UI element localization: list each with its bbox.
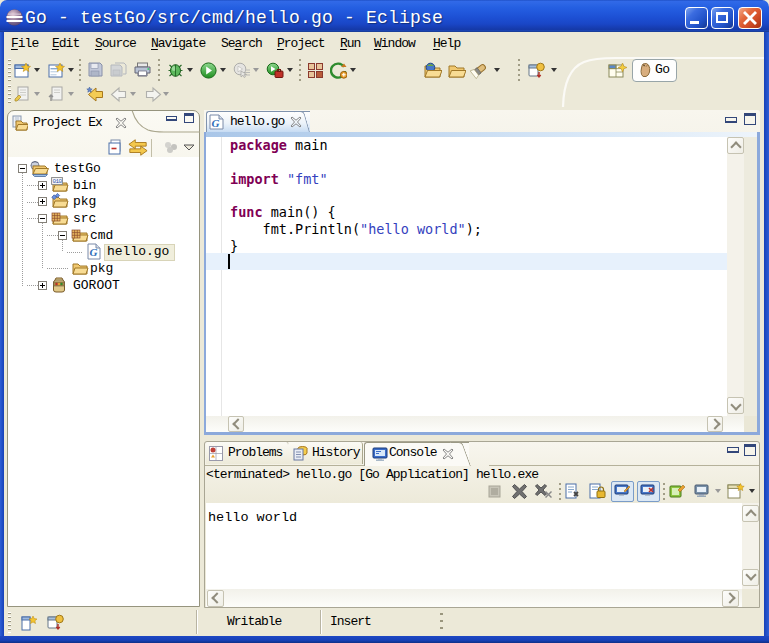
svg-text:G: G — [212, 117, 220, 129]
svg-text:010: 010 — [52, 178, 62, 185]
svg-text:G: G — [90, 246, 98, 258]
